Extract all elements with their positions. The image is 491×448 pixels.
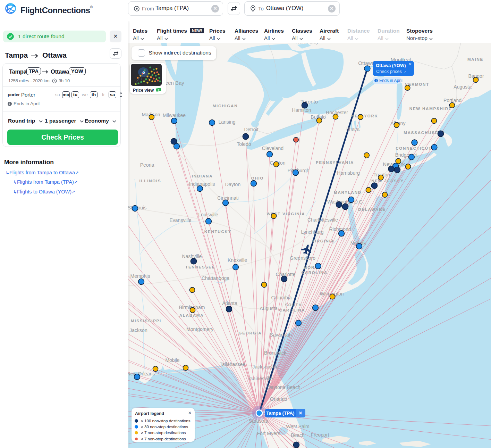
svg-text:ILLINOIS: ILLINOIS <box>139 179 161 183</box>
svg-text:Jackson: Jackson <box>129 327 147 333</box>
svg-text:Mobile: Mobile <box>165 357 179 363</box>
svg-text:MISSISSIPPI: MISSISSIPPI <box>131 319 161 323</box>
svg-text:PENNSYLVANIA: PENNSYLVANIA <box>316 160 354 165</box>
svg-text:Gainesville: Gainesville <box>249 376 273 381</box>
svg-text:Lansing: Lansing <box>218 119 235 125</box>
svg-text:SOUTH: SOUTH <box>285 303 302 307</box>
svg-text:Augusta: Augusta <box>260 306 278 311</box>
svg-text:Toledo: Toledo <box>237 141 251 147</box>
svg-text:GEORGIA: GEORGIA <box>239 331 262 335</box>
svg-text:Savannah: Savannah <box>270 332 291 338</box>
svg-text:Montgomery: Montgomery <box>186 326 213 332</box>
svg-text:Augusta: Augusta <box>454 84 472 90</box>
svg-text:Freeport: Freeport <box>311 432 329 438</box>
svg-text:Beach: Beach <box>291 432 305 438</box>
svg-text:TENNESSEE: TENNESSEE <box>185 265 215 269</box>
svg-text:Charlottesville: Charlottesville <box>307 217 338 223</box>
svg-text:NEW HAMPSHIRE: NEW HAMPSHIRE <box>409 107 452 111</box>
svg-text:Indianapolis: Indianapolis <box>189 181 215 187</box>
svg-text:Chattanooga: Chattanooga <box>202 275 229 281</box>
svg-text:Milwaukee: Milwaukee <box>163 113 186 118</box>
svg-text:West Palm: West Palm <box>286 424 309 429</box>
svg-text:New Orleans: New Orleans <box>128 371 155 376</box>
svg-text:INDIANA: INDIANA <box>192 174 213 178</box>
svg-text:Ithaca: Ithaca <box>346 126 359 132</box>
svg-text:Lynchburg: Lynchburg <box>301 229 324 235</box>
svg-text:Portland: Portland <box>443 98 462 103</box>
svg-text:Cincinnati: Cincinnati <box>217 195 238 201</box>
svg-text:Atlanta: Atlanta <box>222 300 237 306</box>
svg-text:DELAWARE: DELAWARE <box>358 207 386 211</box>
svg-text:KENTUCKY: KENTUCKY <box>204 230 231 234</box>
svg-text:Brunswick: Brunswick <box>264 350 287 356</box>
svg-text:MICHIGAN: MICHIGAN <box>213 104 238 108</box>
svg-text:Detroit: Detroit <box>244 127 258 132</box>
svg-text:CONNECTICUT: CONNECTICUT <box>396 146 432 150</box>
svg-text:NEW JERSEY: NEW JERSEY <box>371 179 404 183</box>
svg-text:Columbia: Columbia <box>271 295 291 300</box>
svg-text:Louisville: Louisville <box>198 212 218 217</box>
svg-text:CAROLINA: CAROLINA <box>279 308 305 312</box>
svg-text:Nashville: Nashville <box>182 254 202 259</box>
svg-text:MARYLAND: MARYLAND <box>334 190 362 194</box>
svg-text:Harrisburg: Harrisburg <box>337 170 359 176</box>
svg-text:Dayton: Dayton <box>225 182 240 187</box>
svg-text:Memphis: Memphis <box>130 273 150 279</box>
svg-text:North Bay: North Bay <box>296 43 319 44</box>
svg-text:OHIO: OHIO <box>251 176 264 180</box>
svg-text:Orlando: Orlando <box>270 396 287 402</box>
svg-text:Greensboro: Greensboro <box>290 255 315 261</box>
svg-text:VIRGINIA: VIRGINIA <box>312 239 335 243</box>
svg-text:Fort Myers: Fort Myers <box>257 431 280 436</box>
svg-text:Daytona Beach: Daytona Beach <box>267 384 300 390</box>
svg-text:ALABAMA: ALABAMA <box>179 313 204 317</box>
svg-text:Peoria: Peoria <box>140 162 154 168</box>
svg-text:CAROLINA: CAROLINA <box>301 271 327 275</box>
svg-text:Knoxville: Knoxville <box>228 257 247 263</box>
svg-text:Cleveland: Cleveland <box>262 146 283 151</box>
svg-text:Evansville: Evansville <box>169 217 191 223</box>
svg-text:Tallahassee: Tallahassee <box>220 362 245 367</box>
svg-text:Hamilton: Hamilton <box>292 107 311 113</box>
svg-text:Jacksonville: Jacksonville <box>252 364 279 370</box>
svg-text:MAINE: MAINE <box>467 57 483 61</box>
svg-text:NEW YORK: NEW YORK <box>351 114 378 118</box>
